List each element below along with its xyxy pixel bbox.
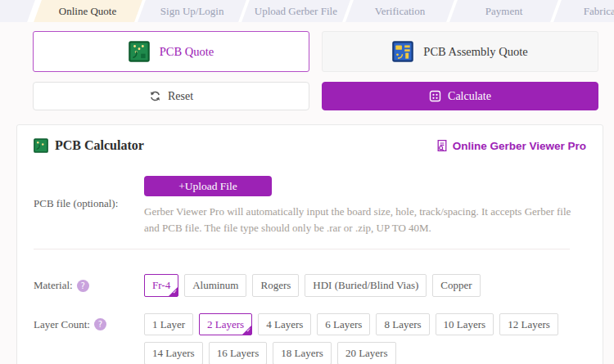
step-tab-label: Fabrication	[584, 5, 614, 18]
material-option-chip[interactable]: Aluminum	[184, 274, 246, 297]
layer-count-option-chip[interactable]: 16 Layers	[209, 342, 268, 364]
layer-count-option-chip[interactable]: 1 Layer	[144, 313, 193, 336]
layer-count-option-label: 20 Layers	[345, 347, 388, 359]
online-gerber-viewer-label: Online Gerber Viewer Pro	[453, 140, 586, 152]
pcb-assembly-icon	[392, 41, 413, 62]
material-options: Fr-4 Aluminum Rogers HDI (Buried/Blind V…	[144, 274, 481, 297]
step-tab-label: Upload Gerber File	[255, 5, 337, 18]
section-divider	[34, 249, 570, 249]
layer-count-option-label: 8 Layers	[384, 318, 421, 330]
layer-count-option-label: 18 Layers	[281, 347, 323, 359]
upload-file-button[interactable]: +Upload File	[144, 176, 272, 196]
pcb-file-control: +Upload File Gerber Viewer Pro will auto…	[144, 176, 586, 236]
layer-count-option-label: 16 Layers	[217, 347, 260, 359]
actions-row: Reset Calculate	[33, 82, 598, 110]
layer-count-option-label: 14 Layers	[152, 347, 195, 359]
reset-button[interactable]: Reset	[33, 82, 309, 110]
material-row: Material: ? Fr-4 Aluminum Rogers HDI (Bu…	[34, 274, 586, 297]
step-tab[interactable]: Fabrication	[553, 0, 614, 22]
file-search-icon	[436, 139, 449, 152]
material-label-group: Material: ?	[34, 274, 144, 292]
layer-count-option-chip[interactable]: 10 Layers	[436, 313, 494, 336]
material-option-chip[interactable]: Rogers	[252, 274, 299, 297]
pcb-file-label: PCB file (optional):	[34, 176, 144, 210]
step-tab-label: Sign Up/Login	[160, 5, 224, 18]
layer-count-option-label: 1 Layer	[152, 318, 185, 330]
panel-header: PCB Calculator Online Gerber Viewer Pro	[34, 138, 586, 153]
layer-count-option-label: 12 Layers	[508, 318, 550, 330]
material-option-chip[interactable]: HDI (Buried/Blind Vias)	[305, 274, 427, 297]
step-tab[interactable]: Verification	[345, 0, 454, 22]
upload-hint-text: Gerber Viewer Pro will automatically inp…	[144, 204, 586, 236]
layer-count-option-chip[interactable]: 14 Layers	[144, 342, 203, 364]
calculate-button[interactable]: Calculate	[322, 82, 598, 110]
layer-count-label: Layer Count:	[34, 318, 90, 331]
selected-check-mark	[169, 287, 178, 296]
pcb-calculator-panel: PCB Calculator Online Gerber Viewer Pro …	[16, 124, 603, 364]
layer-count-option-chip[interactable]: 18 Layers	[273, 342, 332, 364]
material-help-icon[interactable]: ?	[77, 280, 89, 292]
material-option-chip[interactable]: Fr-4	[144, 274, 178, 297]
pcb-assembly-quote-card[interactable]: PCB Assembly Quote	[322, 31, 598, 72]
pcb-quote-label: PCB Quote	[160, 45, 214, 59]
layer-count-option-chip[interactable]: 2 Layers	[199, 313, 252, 336]
material-option-chip[interactable]: Copper	[432, 274, 480, 297]
material-option-label: HDI (Buried/Blind Vias)	[313, 279, 418, 291]
material-label: Material:	[34, 279, 73, 292]
layer-count-option-chip[interactable]: 12 Layers	[499, 313, 558, 336]
layer-count-row: Layer Count: ? 1 Layer 2 Layers 4 Layers…	[34, 313, 586, 364]
calculator-icon	[429, 90, 441, 102]
step-tab-label: Payment	[485, 5, 523, 18]
reset-label: Reset	[168, 90, 193, 103]
layer-count-option-chip[interactable]: 8 Layers	[376, 313, 429, 336]
pcb-board-mini-icon	[34, 138, 48, 153]
panel-title-text: PCB Calculator	[55, 138, 144, 153]
step-tab-label: Verification	[375, 5, 425, 18]
step-tab[interactable]: Online Quote	[34, 0, 142, 22]
layer-count-option-label: 6 Layers	[325, 318, 362, 330]
layer-count-option-chip[interactable]: 4 Layers	[258, 313, 311, 336]
material-option-label: Fr-4	[152, 279, 170, 291]
layer-count-option-chip[interactable]: 6 Layers	[317, 313, 370, 336]
step-tab-bar: Online Quote Sign Up/Login Upload Gerber…	[0, 0, 614, 22]
tab-bar-lead-wedge	[0, 0, 35, 22]
panel-title: PCB Calculator	[34, 138, 144, 153]
layer-count-options: 1 Layer 2 Layers 4 Layers 6 Layers 8 Lay…	[144, 313, 586, 364]
online-gerber-viewer-link[interactable]: Online Gerber Viewer Pro	[436, 139, 586, 152]
step-tab[interactable]: Upload Gerber File	[242, 0, 350, 22]
step-tab[interactable]: Payment	[449, 0, 558, 22]
material-option-label: Copper	[440, 279, 472, 291]
layer-count-option-label: 2 Layers	[207, 318, 244, 330]
reset-refresh-icon	[149, 90, 161, 102]
pcb-board-icon	[129, 41, 150, 62]
layer-count-option-label: 10 Layers	[444, 318, 486, 330]
step-tab[interactable]: Sign Up/Login	[138, 0, 246, 22]
layer-count-help-icon[interactable]: ?	[94, 318, 106, 330]
pcb-quote-page: Online Quote Sign Up/Login Upload Gerber…	[0, 0, 614, 364]
pcb-quote-card[interactable]: PCB Quote	[33, 31, 309, 72]
calculate-label: Calculate	[448, 90, 491, 103]
material-option-label: Aluminum	[192, 279, 238, 291]
pcb-assembly-quote-label: PCB Assembly Quote	[423, 45, 527, 59]
quote-type-row: PCB Quote PCB Assembly Quote	[33, 31, 598, 72]
pcb-file-row: PCB file (optional): +Upload File Gerber…	[34, 176, 586, 236]
layer-count-option-chip[interactable]: 20 Layers	[337, 342, 396, 364]
layer-count-label-group: Layer Count: ?	[34, 313, 144, 331]
material-option-label: Rogers	[260, 279, 291, 291]
step-tab-label: Online Quote	[59, 5, 116, 18]
layer-count-option-label: 4 Layers	[266, 318, 303, 330]
selected-check-mark	[242, 326, 251, 335]
